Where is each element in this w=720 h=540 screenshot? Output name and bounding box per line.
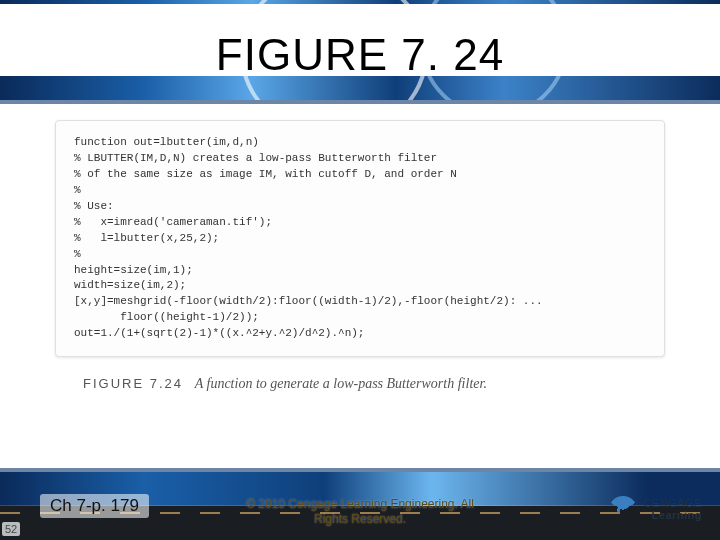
figure-caption-label: FIGURE 7.24 xyxy=(83,376,183,391)
figure-caption-desc: A function to generate a low-pass Butter… xyxy=(195,376,487,391)
slide-title: FIGURE 7. 24 xyxy=(176,24,544,80)
code-listing: function out=lbutter(im,d,n) % LBUTTER(I… xyxy=(74,135,646,342)
content-area: function out=lbutter(im,d,n) % LBUTTER(I… xyxy=(55,120,665,450)
code-card: function out=lbutter(im,d,n) % LBUTTER(I… xyxy=(55,120,665,357)
cengage-logo: CENGAGE Learning xyxy=(609,496,702,524)
copyright-line1: © 2010 Cengage Learning Engineering. All xyxy=(246,497,474,511)
top-divider xyxy=(0,100,720,104)
footer: 52 Ch 7-p. 179 © 2010 Cengage Learning E… xyxy=(0,472,720,540)
title-area: FIGURE 7. 24 xyxy=(0,4,720,100)
slide: FIGURE 7. 24 function out=lbutter(im,d,n… xyxy=(0,0,720,540)
logo-line2: Learning xyxy=(643,510,702,522)
cengage-logo-icon xyxy=(609,496,637,524)
copyright-line2: Rights Reserved. xyxy=(314,512,406,526)
cengage-logo-text: CENGAGE Learning xyxy=(643,498,702,521)
figure-caption: FIGURE 7.24 A function to generate a low… xyxy=(83,375,665,392)
